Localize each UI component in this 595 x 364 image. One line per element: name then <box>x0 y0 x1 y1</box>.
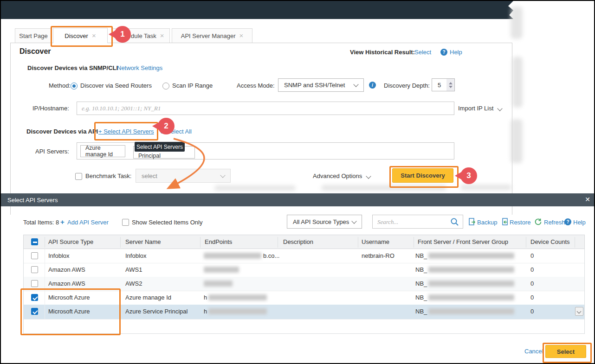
chevron-down-icon <box>351 218 356 224</box>
discovery-depth-stepper[interactable]: 5 <box>432 78 455 91</box>
access-mode-select[interactable]: SNMP and SSH/Telnet <box>278 78 364 92</box>
advanced-options-toggle[interactable]: Advanced Options <box>313 172 370 179</box>
dialog-title: Select API Servers <box>7 197 58 204</box>
restore-icon[interactable] <box>501 218 508 226</box>
chevron-down-icon <box>577 309 582 314</box>
button-label: Start Discovery <box>401 172 445 179</box>
close-icon[interactable]: × <box>239 33 244 38</box>
torn-edge-smudge <box>460 185 511 190</box>
cell-source-type: Amazon AWS <box>48 266 85 273</box>
redacted-endpoint <box>204 267 239 273</box>
stepper-buttons[interactable] <box>446 79 454 91</box>
close-icon[interactable]: × <box>92 33 96 38</box>
radio-scan-ip-range[interactable] <box>162 83 169 89</box>
column-header[interactable]: Description <box>283 238 313 245</box>
close-icon[interactable]: ✕ <box>585 196 590 203</box>
tooltip-select-api-servers: Select API Servers <box>135 142 185 152</box>
row-checkbox-checked[interactable] <box>31 294 38 301</box>
benchmark-task-checkbox[interactable] <box>75 173 82 180</box>
benchmark-task-label: Benchmark Task: <box>85 172 131 179</box>
row-checkbox-checked[interactable] <box>31 308 38 315</box>
cell-username: netbrain-RO <box>362 252 395 259</box>
tab-discover[interactable]: Discover × <box>53 28 108 43</box>
select-api-servers-link[interactable]: + Select API Servers <box>98 128 154 135</box>
help-icon[interactable]: ? <box>564 218 571 225</box>
ip-hostname-input[interactable] <box>77 102 454 115</box>
restore-link[interactable]: Restore <box>510 219 531 226</box>
torn-edge-smudge <box>214 185 296 191</box>
search-input[interactable] <box>372 215 463 229</box>
column-header[interactable]: API Source Type <box>48 238 93 245</box>
cell-device-count[interactable]: 0 <box>530 308 534 315</box>
cell-server-name-link[interactable]: Infoblox <box>125 252 147 259</box>
cell-server-name-link[interactable]: AWS1 <box>125 266 142 273</box>
table-row[interactable]: Amazon AWS AWS2 NB_ 0 <box>24 277 584 291</box>
redacted-endpoint <box>204 253 261 259</box>
cell-device-count[interactable]: 0 <box>530 280 534 287</box>
show-selected-checkbox[interactable] <box>122 219 129 226</box>
info-icon[interactable]: i <box>369 82 376 89</box>
callout-number: 3 <box>466 171 471 180</box>
torn-edge-smudge <box>321 185 446 191</box>
row-checkbox[interactable] <box>31 280 38 287</box>
start-discovery-button[interactable]: Start Discovery <box>392 168 453 183</box>
benchmark-select-value: select <box>142 172 218 179</box>
backup-icon[interactable] <box>469 218 476 226</box>
refresh-link[interactable]: Refresh <box>544 219 565 226</box>
row-checkbox[interactable] <box>31 252 38 259</box>
select-button[interactable]: Select <box>545 345 586 358</box>
help-icon[interactable]: ? <box>440 49 447 56</box>
step-up-icon[interactable] <box>449 82 453 84</box>
table-row[interactable]: Infoblox Infoblox b.co... netbrain-RO NB… <box>24 249 584 263</box>
api-server-chip: Azure manage Id <box>80 145 125 157</box>
cell-source-type: Microsoft Azure <box>48 294 90 301</box>
api-source-type-filter[interactable]: All API Source Types <box>287 215 362 229</box>
cell-source-type: Infoblox <box>48 252 70 259</box>
advanced-options-label: Advanced Options <box>313 172 362 179</box>
column-header[interactable]: EndPoints <box>205 238 232 245</box>
total-items-label: Total Items: 8 <box>23 219 59 226</box>
cell-front-server-prefix: NB_ <box>415 252 427 259</box>
question-glyph: ? <box>442 50 445 55</box>
cell-server-name-link[interactable]: AWS2 <box>125 280 142 287</box>
cell-device-count[interactable]: 0 <box>530 294 534 301</box>
callout-number: 2 <box>164 121 168 131</box>
step-down-icon[interactable] <box>449 86 453 88</box>
column-header[interactable]: Front Server / Front Server Group <box>418 238 508 245</box>
column-header[interactable]: Server Name <box>125 238 161 245</box>
backup-link[interactable]: Backup <box>477 219 497 226</box>
add-api-server-link[interactable]: Add API Server <box>67 219 109 226</box>
callout-1: 1 <box>114 26 131 43</box>
table-row[interactable]: Amazon AWS AWS1 NB_ 0 <box>24 263 584 277</box>
select-all-checkbox[interactable] <box>31 238 38 245</box>
column-header[interactable]: Device Counts <box>530 238 570 245</box>
cancel-link[interactable]: Cancel <box>524 348 543 355</box>
column-header[interactable]: Username <box>362 238 389 245</box>
row-dropdown-button[interactable] <box>575 307 583 316</box>
refresh-icon[interactable] <box>534 218 542 226</box>
benchmark-task-select[interactable]: select <box>136 169 231 183</box>
cell-source-type: Amazon AWS <box>48 280 85 287</box>
table-row-selected[interactable]: Microsoft Azure Azure Service Principal … <box>24 305 584 319</box>
tab-start-page[interactable]: Start Page <box>15 28 52 43</box>
cell-server-name-link[interactable]: Azure manage Id <box>125 294 171 301</box>
table-row[interactable]: Microsoft Azure Azure manage Id h NB_ 0 <box>24 291 584 305</box>
info-glyph: i <box>372 83 373 88</box>
import-ip-list-dropdown[interactable]: Import IP List <box>458 105 502 112</box>
cell-server-name-link[interactable]: Azure Service Principal <box>125 308 188 315</box>
search-icon[interactable] <box>450 217 459 226</box>
chip-label: Azure manage Id <box>85 145 120 158</box>
view-historical-select-link[interactable]: Select <box>414 49 431 56</box>
help-link[interactable]: Help <box>450 49 462 56</box>
cell-device-count[interactable]: 0 <box>530 266 534 273</box>
cell-device-count[interactable]: 0 <box>530 252 534 259</box>
access-mode-label: Access Mode: <box>237 82 275 89</box>
dialog-help-link[interactable]: Help <box>573 219 586 226</box>
network-settings-link[interactable]: Network Settings <box>117 64 162 71</box>
close-icon[interactable]: × <box>160 33 164 38</box>
row-checkbox[interactable] <box>31 266 38 273</box>
radio-discover-via-seed-routers[interactable] <box>71 83 78 89</box>
api-section-label: Discover Devices via API <box>26 128 98 135</box>
tab-api-server-manager[interactable]: API Server Manager × <box>172 28 252 43</box>
redacted-front-server <box>428 308 514 314</box>
